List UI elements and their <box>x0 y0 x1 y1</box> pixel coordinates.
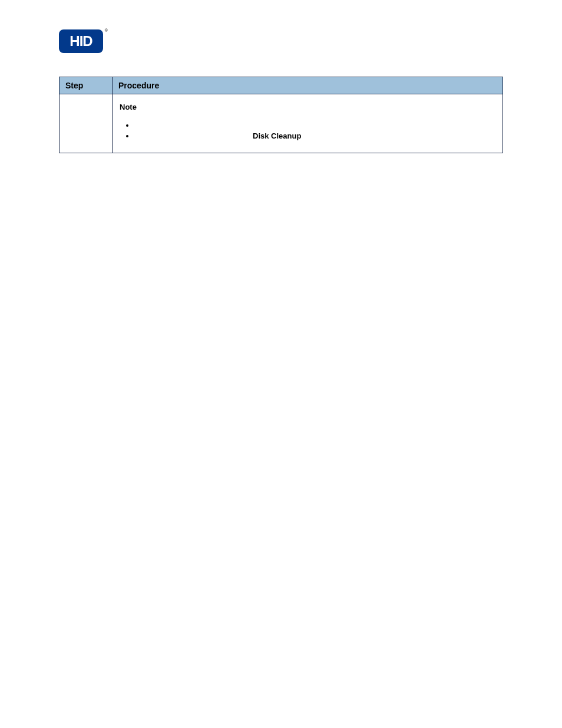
procedure-table: Step Procedure Note Disk Cleanup <box>59 77 503 153</box>
registered-mark: ® <box>105 28 108 32</box>
header-procedure: Procedure <box>113 77 503 94</box>
procedure-cell: Note Disk Cleanup <box>113 94 503 153</box>
list-item: Disk Cleanup <box>135 131 495 141</box>
bullet-list: Disk Cleanup <box>120 121 495 141</box>
list-item <box>135 121 495 130</box>
note-label: Note <box>120 103 137 111</box>
step-cell <box>59 94 113 153</box>
table-header-row: Step Procedure <box>59 77 503 94</box>
header-step: Step <box>59 77 113 94</box>
logo-text: HID <box>70 33 92 50</box>
disk-cleanup-text: Disk Cleanup <box>253 131 301 140</box>
document-page: HID ® Step Procedure Note Disk Cleanup <box>0 0 562 728</box>
table-row: Note Disk Cleanup <box>59 94 503 153</box>
hid-logo: HID ® <box>59 29 103 53</box>
logo-background: HID <box>59 29 103 53</box>
